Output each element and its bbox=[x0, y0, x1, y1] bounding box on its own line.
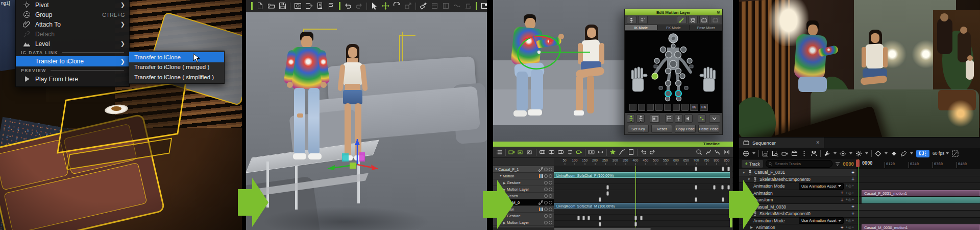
open-folder-icon[interactable] bbox=[267, 2, 275, 10]
save-sequence-icon[interactable] bbox=[762, 150, 769, 157]
link-tool-icon[interactable] bbox=[453, 2, 461, 10]
track-solo-icon[interactable] bbox=[544, 221, 548, 224]
clapper-icon[interactable] bbox=[791, 150, 798, 157]
motion-clip-female[interactable]: LivingRoom_SofaChat_F (100.00%) bbox=[554, 172, 732, 178]
motion-clip-male[interactable]: LivingRoom_SofaChat_M (100.00%) bbox=[554, 203, 732, 209]
dropdown-caret-icon[interactable] bbox=[885, 152, 888, 154]
track-solo-icon[interactable] bbox=[544, 188, 548, 191]
add-section-icon[interactable]: + bbox=[851, 170, 854, 175]
add-track-button[interactable]: +Track bbox=[742, 160, 763, 168]
seq-track-casual-f[interactable]: ▼ Casual_F_0031+ bbox=[739, 169, 856, 176]
sequencer-clip-male[interactable]: Casual_M_0030_motion1 bbox=[862, 224, 980, 230]
reset-pose-icon[interactable] bbox=[638, 104, 645, 111]
add-clip-icon[interactable] bbox=[576, 149, 582, 155]
new-project-icon[interactable] bbox=[256, 2, 264, 10]
redo-icon[interactable] bbox=[355, 2, 363, 10]
pose-swap-icon[interactable] bbox=[681, 104, 689, 111]
send-to-icon[interactable] bbox=[328, 2, 335, 10]
menu-item-transfer-to-iclone[interactable]: Transfer to iClone❯ bbox=[16, 56, 129, 66]
import-scene-icon[interactable] bbox=[464, 2, 472, 10]
sequencer-clip-female[interactable]: Casual_F_0031_motion1 bbox=[862, 190, 980, 197]
range-bars-icon[interactable] bbox=[723, 149, 730, 155]
submenu-item-transfer[interactable]: Transfer to iClone bbox=[129, 52, 224, 62]
curve-editor-toggle-icon[interactable] bbox=[952, 150, 959, 157]
close-icon[interactable]: ⦻ bbox=[716, 10, 721, 14]
gizmo-options-icon[interactable] bbox=[688, 16, 698, 24]
iclone-3d-viewport[interactable] bbox=[246, 12, 487, 230]
keyframe-marker[interactable] bbox=[713, 185, 716, 190]
eye-icon[interactable] bbox=[840, 150, 846, 157]
keyframe-marker[interactable] bbox=[634, 216, 637, 220]
camera-a-icon[interactable] bbox=[699, 16, 709, 24]
keyframe-nav-icons[interactable]: +◎+ bbox=[846, 219, 854, 223]
star-key-icon[interactable] bbox=[609, 149, 616, 155]
move-tool-icon[interactable] bbox=[382, 2, 389, 10]
usb-export-icon[interactable] bbox=[316, 2, 324, 10]
curve-pen-icon[interactable] bbox=[900, 150, 907, 157]
menu-item-play-from-here[interactable]: Play From Here bbox=[16, 74, 129, 84]
person-small-icon[interactable] bbox=[675, 114, 683, 123]
close-tab-icon[interactable]: ✕ bbox=[816, 140, 820, 145]
select-tool-icon[interactable] bbox=[371, 2, 378, 10]
fk-button[interactable]: FK bbox=[700, 104, 708, 111]
ik-button[interactable]: IK bbox=[690, 104, 698, 111]
keyframe-marker[interactable] bbox=[695, 197, 697, 202]
keyframe-outline-icon[interactable] bbox=[875, 150, 881, 157]
expand-panel-chevron-icon[interactable] bbox=[709, 114, 720, 123]
edit-motion-layer-titlebar[interactable]: Edit Motion Layer ⦻ bbox=[625, 9, 722, 15]
pose-left-icon[interactable] bbox=[655, 104, 663, 111]
sequencer-transform-band[interactable] bbox=[862, 197, 980, 203]
undo-icon[interactable] bbox=[344, 2, 352, 10]
edit-pose-icon[interactable] bbox=[627, 16, 636, 24]
timeline-horizontal-scrollbar[interactable] bbox=[493, 227, 733, 230]
loop-icon[interactable] bbox=[567, 149, 573, 155]
camera-view-icon[interactable] bbox=[527, 149, 533, 155]
wrench-icon[interactable] bbox=[824, 150, 830, 157]
clip-icon[interactable] bbox=[539, 149, 546, 155]
keyframe-marker[interactable] bbox=[634, 222, 637, 226]
bone-edit-icon[interactable] bbox=[677, 16, 687, 24]
fit-range-icon[interactable] bbox=[597, 149, 604, 155]
brush-tool-icon[interactable] bbox=[420, 2, 427, 10]
track-mute-icon[interactable] bbox=[549, 221, 552, 224]
track-solo-icon[interactable] bbox=[544, 208, 548, 211]
redo-small-icon[interactable] bbox=[649, 149, 656, 155]
seq-ruler[interactable]: 0120024003600480 bbox=[856, 159, 980, 170]
pose-flip-icon[interactable] bbox=[673, 104, 680, 111]
track-solo-icon[interactable] bbox=[544, 201, 548, 204]
tab-pose-mixer[interactable]: Pose Mixer bbox=[690, 25, 722, 31]
fps-dropdown[interactable]: 60 fps bbox=[933, 151, 949, 156]
keyframe-marker[interactable] bbox=[577, 216, 580, 220]
tool-icon[interactable] bbox=[431, 2, 438, 10]
find-sequence-icon[interactable] bbox=[772, 150, 778, 157]
add-section-icon[interactable]: + bbox=[851, 204, 854, 210]
track-motion-f[interactable]: ▼Motion bbox=[493, 173, 554, 179]
body-icon[interactable] bbox=[636, 114, 645, 123]
track-mute-icon[interactable] bbox=[549, 181, 552, 185]
keyframe-marker[interactable] bbox=[599, 222, 601, 226]
tab-fk-mode[interactable]: FK Mode bbox=[657, 25, 690, 31]
gear-icon[interactable] bbox=[855, 150, 862, 157]
zoom-time-icon[interactable] bbox=[696, 149, 702, 155]
prop-box-icon[interactable] bbox=[650, 114, 660, 123]
iclone-pose-viewport[interactable]: Edit Motion Layer ⦻ IK Mode FK Mode Pose… bbox=[493, 0, 733, 142]
mirror-pose-icon[interactable] bbox=[647, 104, 654, 111]
world-icon[interactable] bbox=[743, 150, 749, 157]
submenu-item-transfer-simplified[interactable]: Transfer to iClone ( simplified ) bbox=[129, 72, 224, 82]
tool-icon[interactable] bbox=[442, 2, 450, 10]
set-key-button[interactable]: Set Key bbox=[628, 125, 649, 133]
track-solo-icon[interactable] bbox=[544, 181, 548, 185]
constraint-icon[interactable] bbox=[665, 114, 673, 123]
keyframe-marker[interactable] bbox=[606, 191, 609, 196]
add-section-icon[interactable]: + bbox=[841, 225, 844, 230]
keyframe-marker[interactable] bbox=[599, 216, 601, 220]
sequencer-playhead-marker[interactable] bbox=[856, 159, 860, 167]
dropdown-caret-icon[interactable] bbox=[834, 152, 837, 154]
track-mute-icon[interactable] bbox=[549, 174, 552, 178]
zoom-range-icon[interactable] bbox=[588, 149, 595, 155]
keyframe-marker[interactable] bbox=[606, 185, 609, 190]
dual-joint-icon[interactable] bbox=[698, 114, 706, 123]
keyframe-marker[interactable] bbox=[722, 167, 724, 171]
workspace-layout-icon[interactable] bbox=[481, 2, 487, 10]
body-green-icon[interactable] bbox=[627, 114, 635, 123]
